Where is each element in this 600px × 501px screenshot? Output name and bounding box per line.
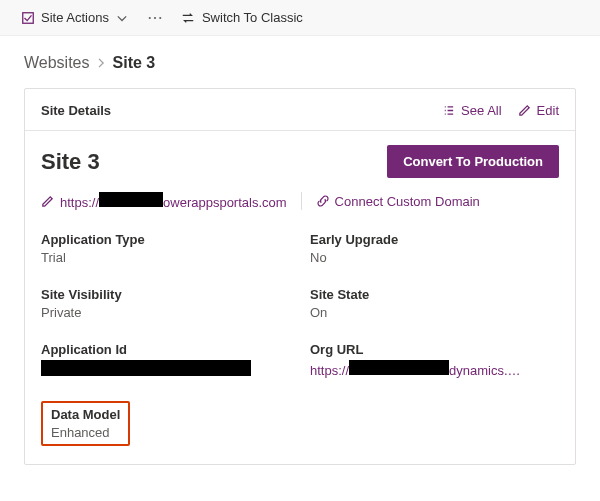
more-horizontal-icon (148, 10, 163, 25)
breadcrumb-current: Site 3 (113, 54, 156, 72)
convert-to-production-button[interactable]: Convert To Production (387, 145, 559, 178)
field-application-type: Application Type Trial (41, 232, 290, 265)
connect-custom-domain-label: Connect Custom Domain (335, 194, 480, 209)
edit-url-button[interactable] (41, 195, 54, 208)
field-value: Enhanced (51, 425, 120, 440)
field-label: Application Type (41, 232, 290, 247)
svg-point-1 (149, 16, 151, 18)
site-url-prefix: https:// (60, 195, 99, 210)
svg-rect-0 (22, 12, 33, 23)
field-site-visibility: Site Visibility Private (41, 287, 290, 320)
list-icon (442, 104, 456, 118)
more-actions-button[interactable] (148, 10, 163, 25)
field-data-model: Data Model Enhanced (41, 401, 290, 446)
site-actions-menu[interactable]: Site Actions (20, 10, 130, 25)
site-url-suffix: owerappsportals.com (163, 195, 287, 210)
field-label: Early Upgrade (310, 232, 559, 247)
edit-button[interactable]: Edit (518, 103, 559, 118)
connect-custom-domain-button[interactable]: Connect Custom Domain (316, 194, 480, 209)
field-value: Trial (41, 250, 290, 265)
site-actions-label: Site Actions (41, 10, 109, 25)
card-body: Site 3 Convert To Production https://owe… (25, 131, 575, 464)
field-label: Application Id (41, 342, 290, 357)
link-icon (316, 194, 330, 208)
vertical-divider (301, 192, 302, 210)
field-application-id: Application Id (41, 342, 290, 379)
edit-label: Edit (537, 103, 559, 118)
field-value: On (310, 305, 559, 320)
svg-point-2 (154, 16, 156, 18)
field-value: Private (41, 305, 290, 320)
org-url-prefix: https:// (310, 363, 349, 378)
pencil-icon (518, 104, 532, 118)
field-early-upgrade: Early Upgrade No (310, 232, 559, 265)
switch-classic-button[interactable]: Switch To Classic (181, 10, 303, 25)
site-actions-icon (20, 10, 35, 25)
field-site-state: Site State On (310, 287, 559, 320)
field-value: No (310, 250, 559, 265)
see-all-label: See All (461, 103, 501, 118)
see-all-button[interactable]: See All (442, 103, 501, 118)
switch-arrows-icon (181, 10, 196, 25)
field-org-url: Org URL https://dynamics.… (310, 342, 559, 379)
card-header: Site Details See All Edit (25, 89, 575, 131)
top-command-bar: Site Actions Switch To Classic (0, 0, 600, 36)
org-url-suffix: dynamics.… (449, 363, 521, 378)
breadcrumb-root[interactable]: Websites (24, 54, 90, 72)
org-url-link[interactable]: https://dynamics.… (310, 360, 521, 378)
site-name-heading: Site 3 (41, 149, 100, 175)
site-details-card: Site Details See All Edit Site 3 Convert… (24, 88, 576, 465)
field-label: Site Visibility (41, 287, 290, 302)
chevron-right-icon (98, 54, 105, 72)
breadcrumb: Websites Site 3 (0, 36, 600, 88)
chevron-down-icon (115, 10, 130, 25)
svg-point-3 (160, 16, 162, 18)
field-label: Org URL (310, 342, 559, 357)
switch-classic-label: Switch To Classic (202, 10, 303, 25)
redacted-block (99, 192, 163, 207)
redacted-block (349, 360, 449, 375)
field-value: https://dynamics.… (310, 360, 521, 378)
field-label: Data Model (51, 407, 120, 422)
card-title: Site Details (41, 103, 111, 118)
field-label: Site State (310, 287, 559, 302)
field-value (41, 360, 290, 379)
site-url-link[interactable]: https://owerappsportals.com (60, 192, 287, 210)
